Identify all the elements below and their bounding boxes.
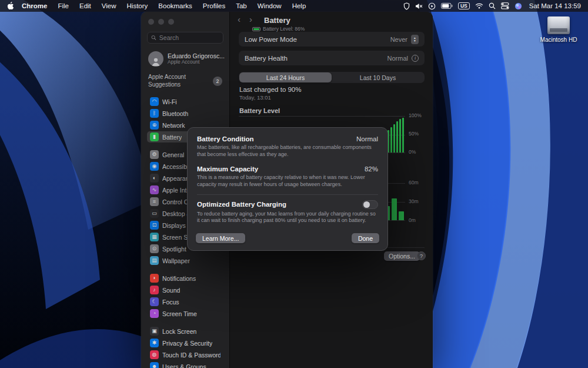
options-button[interactable]: Options... [384, 251, 420, 261]
menubar-clock[interactable]: Sat Mar 14 13:59 [527, 2, 581, 9]
window-controls [147, 18, 223, 32]
account-text: Eduardo Grigorosc... Apple Account [168, 52, 222, 65]
close-button[interactable] [148, 19, 154, 25]
sidebar-item-focus[interactable]: ☾ Focus [147, 296, 223, 307]
chart-bar [396, 121, 398, 152]
battery-icon[interactable] [441, 3, 453, 9]
done-button[interactable]: Done [352, 233, 379, 243]
sidebar-item-icon: ⊙ [150, 244, 159, 253]
menu-item[interactable]: Tab [230, 2, 252, 9]
sidebar-item-label: Lock Screen [162, 328, 196, 335]
optimized-charging-toggle[interactable] [362, 200, 378, 209]
sidebar-item-sound[interactable]: ♪ Sound [147, 284, 223, 296]
sidebar-item-privacy-security[interactable]: ✱ Privacy & Security [147, 337, 223, 349]
chart-bar [399, 211, 404, 220]
ytick-0: 0% [409, 149, 416, 155]
sidebar-item-touch-id[interactable]: ◍ Touch ID & Password [147, 349, 223, 360]
sidebar-item-icon: ◉ [150, 162, 159, 171]
desktop-icon-macintosh-hd[interactable]: Macintosh HD [537, 16, 580, 43]
battery-health-value: Normal [387, 55, 408, 62]
period-segment[interactable]: Last 24 Hours [239, 72, 332, 82]
menu-item[interactable]: Profiles [198, 2, 230, 9]
back-button[interactable]: ‹ [238, 15, 240, 24]
search-field[interactable] [147, 32, 223, 44]
account-suggestions-label: Apple Account Suggestions [148, 74, 205, 88]
menu-bar: Chrome FileEditViewHistoryBookmarksProfi… [0, 0, 588, 12]
sidebar-item-label: Bluetooth [162, 110, 188, 117]
menu-item[interactable]: View [96, 2, 122, 9]
sidebar-item-label: Sound [162, 287, 180, 294]
account-subtitle: Apple Account [168, 59, 222, 65]
sidebar-item-label: Spotlight [162, 246, 186, 253]
active-app-name[interactable]: Chrome [16, 2, 52, 9]
info-icon[interactable]: i [412, 55, 419, 62]
low-power-mode-row: Low Power Mode Never ▴▾ [239, 32, 425, 47]
sidebar-item-icon: ⊡ [150, 221, 159, 230]
menu-item[interactable]: File [52, 2, 74, 9]
sidebar-item-icon: ∿ [150, 185, 159, 194]
sidebar-item-label: Focus [162, 299, 179, 306]
search-input[interactable] [159, 34, 219, 41]
low-power-mode-value[interactable]: Never ▴▾ [390, 35, 419, 44]
battery-condition-label: Battery Condition [197, 135, 253, 142]
sidebar-item-icon: ♪ [150, 286, 159, 294]
menu-item[interactable]: Window [252, 2, 287, 9]
battery-health-label: Battery Health [245, 55, 288, 62]
desktop-icon-label: Macintosh HD [540, 37, 577, 43]
page-title: Battery [264, 16, 290, 25]
learn-more-button[interactable]: Learn More... [196, 233, 245, 243]
keyboard-layout-badge[interactable]: US [458, 2, 470, 9]
now-playing-icon[interactable] [428, 2, 436, 10]
divider [197, 194, 378, 195]
sidebar-item-lock-screen[interactable]: ▣ Lock Screen [147, 326, 223, 337]
sidebar-item-wifi[interactable]: ◠ Wi-Fi [147, 96, 223, 107]
battery-level-summary: Battery Level: 86% [252, 26, 305, 32]
sidebar-item-label: Wi-Fi [162, 98, 177, 105]
minimize-button[interactable] [158, 19, 164, 25]
control-center-icon[interactable] [501, 2, 509, 9]
forward-button[interactable]: › [249, 15, 252, 24]
shield-icon[interactable] [403, 2, 410, 10]
sidebar-item-label: Wallpaper [162, 257, 190, 264]
ytick-30m: 30m [409, 198, 419, 204]
popup-stepper-icon[interactable]: ▴▾ [411, 35, 419, 44]
optimized-charging-section: Optimized Battery Charging To reduce bat… [188, 200, 387, 224]
sidebar-item-label: Network [162, 122, 185, 129]
history-nav: ‹ › [238, 15, 252, 24]
sidebar-item-icon: ✱ [150, 339, 159, 347]
account-row[interactable]: Eduardo Grigorosc... Apple Account [147, 51, 223, 67]
sidebar-item-icon: ▤ [150, 256, 159, 265]
battery-level-chart-heading: Battery Level [239, 107, 280, 114]
zoom-button[interactable] [168, 19, 174, 25]
sidebar-item-screen-time[interactable]: ◔ Screen Time [147, 308, 223, 319]
sidebar-item-notifications[interactable]: ◗ Notifications [147, 273, 223, 284]
battery-health-row: Battery Health Normal i [239, 51, 425, 65]
optimized-charging-description: To reduce battery aging, your Mac learns… [197, 211, 377, 224]
period-segment[interactable]: Last 10 Days [332, 72, 424, 82]
ytick-50: 50% [409, 131, 419, 137]
low-power-mode-label: Low Power Mode [245, 36, 297, 43]
sidebar-item-icon: ▭ [150, 209, 159, 218]
battery-level-icon [252, 27, 260, 31]
chart-bar [390, 127, 392, 152]
sidebar-item-wallpaper[interactable]: ▤ Wallpaper [147, 255, 223, 266]
wifi-icon[interactable] [475, 3, 483, 9]
account-suggestions-row[interactable]: Apple Account Suggestions 2 [147, 74, 223, 88]
menu-item[interactable]: Edit [74, 2, 96, 9]
help-button[interactable]: ? [417, 251, 426, 260]
maximum-capacity-section: Maximum Capacity 82% This is a measure o… [188, 165, 387, 188]
menu-item[interactable]: Bookmarks [153, 2, 198, 9]
sidebar-item-bluetooth[interactable]: ᛒ Bluetooth [147, 108, 223, 119]
sidebar-item-label: Notifications [162, 275, 196, 282]
apple-menu[interactable] [7, 2, 14, 10]
siri-icon[interactable] [514, 2, 522, 10]
search-icon [151, 35, 156, 41]
ytick-0m: 0m [409, 217, 416, 223]
mute-icon[interactable] [415, 3, 423, 9]
menu-item[interactable]: History [122, 2, 153, 9]
sidebar-item-users-groups[interactable]: ☻ Users & Groups [147, 361, 223, 368]
avatar [148, 51, 163, 67]
spotlight-icon[interactable] [489, 2, 496, 9]
menu-item[interactable]: Help [287, 2, 312, 9]
maximum-capacity-description: This is a measure of battery capacity re… [197, 174, 377, 188]
